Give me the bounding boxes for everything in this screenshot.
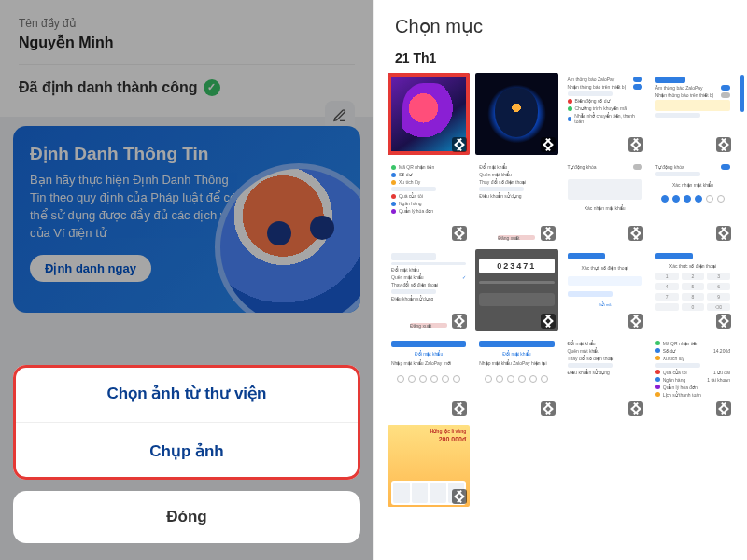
right-screenshot: Chọn mục 21 Th1 Âm thông báo ZaloPay Nhậ…: [374, 0, 747, 560]
photo-action-sheet: Chọn ảnh từ thư viện Chụp ảnh Đóng: [0, 365, 374, 560]
gallery-thumbnail[interactable]: Âm thông báo ZaloPay Nhận thông báo trên…: [564, 73, 646, 155]
gallery-grid: Âm thông báo ZaloPay Nhận thông báo trên…: [378, 73, 743, 507]
expand-icon[interactable]: [628, 401, 643, 416]
expand-icon[interactable]: [716, 314, 731, 329]
gallery-thumbnail[interactable]: Mã QR nhận tiền Số dư14.200đ Xu tích lũy…: [652, 337, 734, 419]
choose-from-library-button[interactable]: Chọn ảnh từ thư viện: [13, 365, 360, 422]
gallery-thumbnail[interactable]: Âm thông báo ZaloPay Nhận thông báo trên…: [652, 73, 734, 155]
expand-icon[interactable]: [716, 401, 731, 416]
expand-icon[interactable]: [541, 401, 556, 416]
close-sheet-button[interactable]: Đóng: [13, 491, 360, 543]
gallery-thumbnail-selected[interactable]: [388, 73, 470, 155]
expand-icon[interactable]: [628, 137, 643, 152]
gallery-thumbnail[interactable]: 023471: [475, 249, 557, 331]
gallery-thumbnail[interactable]: Đổi mật khẩu Quên mật khẩu Thay đổi số đ…: [564, 337, 646, 419]
expand-icon[interactable]: [452, 137, 467, 152]
expand-icon[interactable]: [452, 226, 467, 241]
expand-icon[interactable]: [452, 314, 467, 329]
sheet-options-card: Chọn ảnh từ thư viện Chụp ảnh: [13, 365, 360, 480]
gallery-thumbnail[interactable]: Đổi mật khẩu Quên mật khẩu✓ Thay đổi số …: [388, 249, 470, 331]
picker-title: Chọn mục: [378, 9, 743, 49]
expand-icon[interactable]: [452, 401, 467, 416]
promo-title: Hứng lộc lì vàng: [430, 428, 467, 434]
promo-amount: 200.000đ: [439, 436, 467, 442]
date-group-label: 21 Th1: [378, 49, 743, 73]
gallery-thumbnail[interactable]: Mã QR nhận tiền Số dư Xu tích lũy Quà củ…: [388, 161, 470, 243]
gallery-thumbnail[interactable]: Tự động khóa Xác nhận mật khẩu: [564, 161, 646, 243]
gallery-thumbnail[interactable]: Xác thực số điện thoại Gửi mã: [564, 249, 646, 331]
expand-icon[interactable]: [541, 314, 556, 329]
left-screenshot: Tên đầy đủ Nguyễn Minh Đã định danh thàn…: [0, 0, 374, 560]
expand-icon[interactable]: [541, 226, 556, 241]
expand-icon[interactable]: [716, 226, 731, 241]
expand-icon[interactable]: [716, 137, 731, 152]
gallery-thumbnail[interactable]: Hứng lộc lì vàng 200.000đ: [388, 425, 470, 507]
gallery-thumbnail[interactable]: Đổi mật khẩu Nhập mật khẩu ZaloPay hiện …: [475, 337, 557, 419]
expand-icon[interactable]: [628, 226, 643, 241]
expand-icon[interactable]: [541, 137, 556, 152]
scrollbar-thumb[interactable]: [740, 75, 744, 112]
take-photo-button[interactable]: Chụp ảnh: [13, 423, 360, 480]
expand-icon[interactable]: [452, 489, 467, 504]
gallery-thumbnail[interactable]: Đổi mật khẩu Nhập mật khẩu ZaloPay mới: [388, 337, 470, 419]
gallery-thumbnail[interactable]: [475, 73, 557, 155]
expand-icon[interactable]: [628, 314, 643, 329]
gallery-thumbnail[interactable]: Đổi mật khẩu Quên mật khẩu Thay đổi số đ…: [475, 161, 557, 243]
otp-code: 023471: [479, 259, 554, 273]
gallery-thumbnail[interactable]: Tự động khóa Xác nhận mật khẩu: [652, 161, 734, 243]
gallery-thumbnail[interactable]: Xác thực số điện thoại 123 456 789 0⌫: [652, 249, 734, 331]
